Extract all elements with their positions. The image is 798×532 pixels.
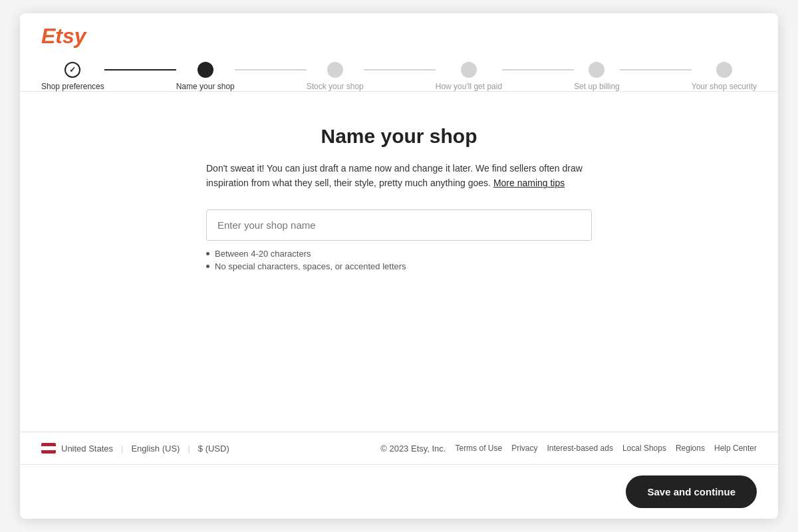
- checkmark-icon: ✓: [69, 65, 76, 74]
- hint-item-2: No special characters, spaces, or accent…: [206, 261, 592, 271]
- step-label: How you'll get paid: [436, 82, 502, 91]
- progress-steps: ✓ Shop preferences Name your shop Stock …: [41, 62, 757, 91]
- step-how-youll-get-paid: How you'll get paid: [436, 62, 502, 91]
- page-title: Name your shop: [321, 125, 477, 148]
- terms-of-use-link[interactable]: Terms of Use: [455, 444, 502, 453]
- save-and-continue-button[interactable]: Save and continue: [626, 475, 757, 508]
- step-name-your-shop: Name your shop: [176, 62, 235, 91]
- etsy-logo: Etsy: [41, 24, 86, 49]
- step-label: Set up billing: [574, 82, 620, 91]
- separator: |: [121, 444, 123, 454]
- currency-label: $ (USD): [198, 444, 229, 454]
- separator: |: [188, 444, 190, 454]
- shop-name-input[interactable]: [206, 209, 592, 241]
- step-indicator-inactive: [327, 62, 343, 78]
- region-label: United States: [61, 444, 113, 454]
- footer-left: United States | English (US) | $ (USD): [41, 443, 229, 454]
- description: Don't sweat it! You can just draft a nam…: [206, 161, 592, 191]
- step-indicator-active: [198, 62, 213, 78]
- interest-based-ads-link[interactable]: Interest-based ads: [547, 444, 612, 453]
- step-your-shop-security: Your shop security: [692, 62, 757, 91]
- hint-text: No special characters, spaces, or accent…: [215, 261, 406, 271]
- footer: United States | English (US) | $ (USD) ©…: [20, 432, 778, 464]
- input-hints: Between 4-20 characters No special chara…: [206, 249, 592, 274]
- bottom-bar: Save and continue: [20, 464, 778, 519]
- header: Etsy ✓ Shop preferences Name your shop: [20, 13, 778, 92]
- help-center-link[interactable]: Help Center: [714, 444, 757, 453]
- bullet-icon: [206, 265, 209, 268]
- step-indicator-inactive: [589, 62, 604, 78]
- connector-5: [620, 69, 692, 70]
- browser-frame: Etsy ✓ Shop preferences Name your shop: [20, 13, 778, 519]
- step-label: Shop preferences: [41, 82, 104, 91]
- main-content: Name your shop Don't sweat it! You can j…: [20, 92, 778, 432]
- connector-1: [104, 69, 176, 70]
- step-shop-preferences: ✓ Shop preferences: [41, 62, 104, 91]
- us-flag-icon: [41, 443, 56, 454]
- step-label: Stock your shop: [307, 82, 364, 91]
- hint-text: Between 4-20 characters: [215, 249, 311, 259]
- naming-tips-link[interactable]: More naming tips: [493, 178, 565, 188]
- step-indicator-inactive: [716, 62, 732, 78]
- footer-right: © 2023 Etsy, Inc. Terms of Use Privacy I…: [380, 444, 757, 454]
- regions-link[interactable]: Regions: [676, 444, 705, 453]
- step-indicator-completed: ✓: [65, 62, 80, 78]
- language-label: English (US): [131, 444, 180, 454]
- step-stock-your-shop: Stock your shop: [307, 62, 364, 91]
- hint-item-1: Between 4-20 characters: [206, 249, 592, 259]
- step-indicator-inactive: [461, 62, 477, 78]
- bullet-icon: [206, 252, 209, 255]
- connector-3: [364, 69, 436, 70]
- connector-4: [502, 69, 574, 70]
- step-label: Name your shop: [176, 82, 235, 91]
- local-shops-link[interactable]: Local Shops: [622, 444, 666, 453]
- copyright-text: © 2023 Etsy, Inc.: [380, 444, 446, 454]
- privacy-link[interactable]: Privacy: [511, 444, 537, 453]
- step-set-up-billing: Set up billing: [574, 62, 620, 91]
- step-label: Your shop security: [692, 82, 757, 91]
- connector-2: [235, 69, 307, 70]
